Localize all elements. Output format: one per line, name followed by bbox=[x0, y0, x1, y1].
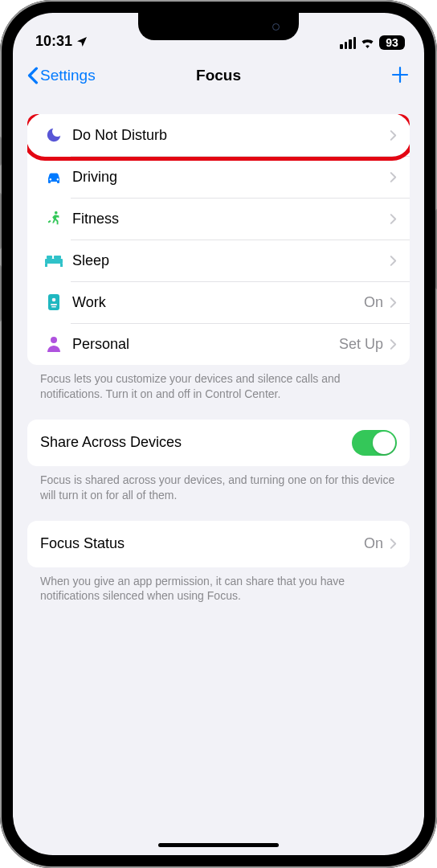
moon-icon bbox=[45, 126, 63, 144]
svg-rect-11 bbox=[51, 306, 56, 308]
page-title: Focus bbox=[196, 67, 241, 84]
share-group: Share Across Devices bbox=[27, 420, 410, 466]
plus-icon bbox=[390, 65, 410, 84]
svg-rect-4 bbox=[45, 264, 47, 267]
svg-rect-3 bbox=[45, 259, 63, 264]
chevron-right-icon bbox=[390, 129, 397, 141]
add-button[interactable] bbox=[390, 63, 410, 88]
svg-rect-8 bbox=[48, 294, 59, 310]
row-trailing: Set Up bbox=[339, 336, 383, 353]
front-camera-icon bbox=[272, 23, 280, 31]
row-label: Sleep bbox=[67, 252, 383, 269]
focus-status-footer: When you give an app permission, it can … bbox=[27, 567, 410, 622]
back-button[interactable]: Settings bbox=[27, 67, 96, 84]
screen: 10:31 93 Settings Focus bbox=[13, 13, 424, 855]
focus-row-work[interactable]: Work On bbox=[27, 281, 410, 323]
location-icon bbox=[76, 35, 88, 48]
focus-row-sleep[interactable]: Sleep bbox=[27, 240, 410, 281]
row-label: Work bbox=[67, 294, 364, 311]
row-label: Fitness bbox=[67, 211, 383, 227]
focus-status-group: Focus Status On bbox=[27, 521, 410, 567]
nav-bar: Settings Focus bbox=[13, 53, 424, 98]
chevron-right-icon bbox=[390, 171, 397, 183]
svg-rect-6 bbox=[47, 256, 52, 259]
home-indicator[interactable] bbox=[158, 843, 279, 847]
share-label: Share Across Devices bbox=[40, 434, 352, 451]
chevron-right-icon bbox=[390, 297, 397, 309]
share-across-devices-row: Share Across Devices bbox=[27, 420, 410, 466]
svg-point-12 bbox=[51, 337, 57, 343]
focus-modes-group: Do Not Disturb Driving bbox=[27, 114, 410, 365]
chevron-right-icon bbox=[390, 538, 397, 550]
volume-down-button bbox=[0, 265, 2, 321]
share-footer: Focus is shared across your devices, and… bbox=[27, 466, 410, 521]
focus-modes-footer: Focus lets you customize your devices an… bbox=[27, 365, 410, 420]
notch bbox=[138, 13, 299, 40]
focus-row-do-not-disturb[interactable]: Do Not Disturb bbox=[27, 114, 410, 156]
svg-rect-5 bbox=[60, 264, 63, 267]
car-icon bbox=[44, 169, 63, 185]
svg-point-2 bbox=[55, 211, 58, 215]
focus-row-personal[interactable]: Personal Set Up bbox=[27, 323, 410, 365]
focus-row-driving[interactable]: Driving bbox=[27, 156, 410, 198]
running-icon bbox=[45, 210, 63, 227]
volume-up-button bbox=[0, 193, 2, 249]
status-time: 10:31 bbox=[35, 33, 72, 50]
badge-icon bbox=[46, 293, 62, 312]
chevron-right-icon bbox=[390, 255, 397, 267]
focus-row-fitness[interactable]: Fitness bbox=[27, 198, 410, 240]
chevron-left-icon bbox=[27, 67, 39, 84]
cellular-signal-icon bbox=[340, 37, 356, 49]
chevron-right-icon bbox=[390, 213, 397, 225]
mute-switch bbox=[0, 137, 2, 166]
share-toggle[interactable] bbox=[352, 430, 397, 456]
svg-rect-7 bbox=[54, 256, 61, 259]
focus-status-label: Focus Status bbox=[40, 535, 364, 552]
toggle-knob bbox=[373, 432, 395, 454]
row-label: Do Not Disturb bbox=[67, 127, 383, 144]
wifi-icon bbox=[360, 37, 375, 48]
person-icon bbox=[46, 335, 62, 353]
row-label: Personal bbox=[67, 336, 339, 353]
back-label: Settings bbox=[40, 67, 96, 84]
row-trailing: On bbox=[364, 294, 383, 311]
svg-rect-10 bbox=[51, 304, 57, 305]
focus-status-trailing: On bbox=[364, 535, 383, 552]
battery-indicator: 93 bbox=[379, 35, 405, 50]
row-label: Driving bbox=[67, 169, 383, 186]
svg-point-9 bbox=[52, 298, 56, 302]
focus-status-row[interactable]: Focus Status On bbox=[27, 521, 410, 567]
chevron-right-icon bbox=[390, 338, 397, 350]
phone-frame: 10:31 93 Settings Focus bbox=[0, 0, 437, 868]
bed-icon bbox=[43, 253, 64, 268]
